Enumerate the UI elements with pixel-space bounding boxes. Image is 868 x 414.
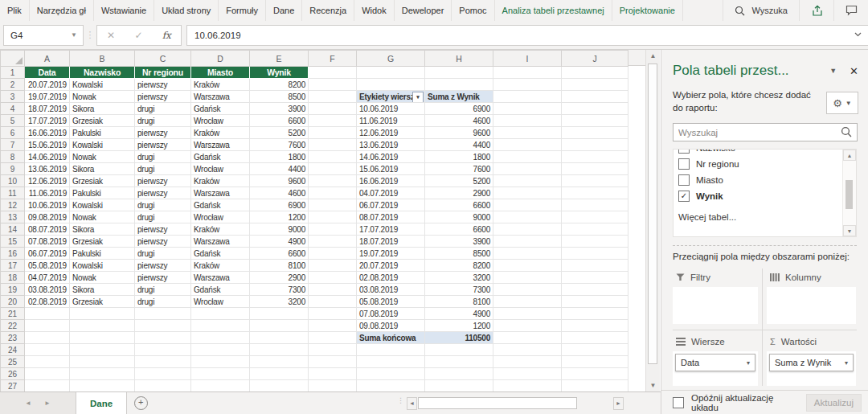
cell-D21[interactable] [191,308,250,320]
cell-A17[interactable]: 05.08.2019 [25,260,70,272]
cell-J5[interactable] [562,115,628,127]
column-header-c[interactable]: C [135,51,191,67]
cell-J12[interactable] [562,199,628,211]
cell-A5[interactable]: 17.07.2019 [25,115,70,127]
cell-H13[interactable]: 9000 [425,211,493,223]
sheet-tab-dane[interactable]: Dane [76,392,127,414]
filters-area-box[interactable] [673,287,758,324]
cell-A3[interactable]: 19.07.2019 [25,91,70,103]
row-header-21[interactable]: 21 [1,308,25,320]
cell-I16[interactable] [493,248,562,260]
fields-search-input[interactable] [673,123,858,141]
cell-F1[interactable] [309,67,357,79]
cell-D2[interactable]: Kraków [191,79,250,91]
cell-G12[interactable]: 06.07.2019 [357,199,425,211]
tabbar-drag-handle[interactable]: ⋮ [397,399,402,402]
cell-J2[interactable] [562,79,628,91]
cell-A6[interactable]: 16.06.2019 [25,127,70,139]
cell-F13[interactable] [309,211,357,223]
scroll-left-icon[interactable]: ◄ [407,397,417,410]
cell-J20[interactable] [562,296,628,308]
ribbon-tab-recenzja[interactable]: Recenzja [302,0,354,21]
cell-I19[interactable] [493,284,562,296]
cell-A25[interactable] [25,356,70,368]
cell-J16[interactable] [562,248,628,260]
cell-B17[interactable]: Kowalski [70,260,135,272]
cell-C17[interactable]: pierwszy [135,260,191,272]
cell-H18[interactable]: 3200 [425,272,493,284]
cell-G23[interactable]: Suma końcowa [357,332,425,344]
field-checkbox-nazwisko[interactable] [678,149,690,154]
cell-G14[interactable]: 17.07.2019 [357,223,425,236]
cell-J15[interactable] [562,236,628,248]
cell-H17[interactable]: 8200 [425,260,493,272]
cell-B2[interactable]: Kowalski [70,79,135,91]
cell-B3[interactable]: Nowak [70,91,135,103]
cell-H2[interactable] [425,79,493,91]
cell-G21[interactable]: 07.08.2019 [357,308,425,320]
cell-E16[interactable]: 6600 [250,248,309,260]
cell-D5[interactable]: Wrocław [191,115,250,127]
cell-A23[interactable] [25,332,70,344]
column-header-i[interactable]: I [493,51,562,67]
cell-I2[interactable] [493,79,562,91]
cell-C3[interactable]: pierwszy [135,91,191,103]
cell-D18[interactable]: Warszawa [191,272,250,284]
row-header-2[interactable]: 2 [1,79,25,91]
cell-E15[interactable]: 4900 [250,236,309,248]
cell-C25[interactable] [135,356,191,368]
cell-C18[interactable]: pierwszy [135,272,191,284]
cell-H21[interactable]: 4900 [425,308,493,320]
row-header-25[interactable]: 25 [1,356,25,368]
row-header-12[interactable]: 12 [1,199,25,211]
cell-F21[interactable] [309,308,357,320]
cell-J14[interactable] [562,223,628,236]
cell-I20[interactable] [493,296,562,308]
ribbon-tab-projektowanie[interactable]: Projektowanie [612,0,683,21]
cell-C14[interactable]: pierwszy [135,223,191,236]
column-header-f[interactable]: F [309,51,357,67]
cell-D25[interactable] [191,356,250,368]
cell-D19[interactable]: Gdańsk [191,284,250,296]
cell-E17[interactable]: 8100 [250,260,309,272]
cell-D11[interactable]: Warszawa [191,187,250,199]
cell-J22[interactable] [562,320,628,332]
cell-J9[interactable] [562,163,628,175]
cell-I24[interactable] [493,344,562,356]
cell-C10[interactable]: pierwszy [135,175,191,187]
cell-I22[interactable] [493,320,562,332]
update-button[interactable]: Aktualizuj [806,394,862,412]
rows-area-box[interactable]: Data▾ [673,351,758,386]
cell-F14[interactable] [309,223,357,236]
cell-F5[interactable] [309,115,357,127]
horizontal-scrollbar[interactable]: ◄ ► [407,397,624,410]
formula-input[interactable]: 10.06.2019 [186,25,868,46]
cell-H23[interactable]: 110500 [425,332,493,344]
cell-B12[interactable]: Kowalski [70,199,135,211]
cell-B18[interactable]: Nowak [70,272,135,284]
ribbon-tab-wstawianie[interactable]: Wstawianie [94,0,154,21]
cell-G15[interactable]: 18.07.2019 [357,236,425,248]
cell-E26[interactable] [250,368,309,380]
cell-H20[interactable]: 8100 [425,296,493,308]
cell-E7[interactable]: 7600 [250,139,309,151]
column-header-j[interactable]: J [562,51,628,67]
cell-A18[interactable]: 04.07.2019 [25,272,70,284]
cell-D27[interactable] [191,380,250,392]
cell-J10[interactable] [562,175,628,187]
row-header-15[interactable]: 15 [1,236,25,248]
cell-H6[interactable]: 9600 [425,127,493,139]
cell-G22[interactable]: 09.08.2019 [357,320,425,332]
field-item-nr-regionu[interactable]: Nr regionu [674,156,856,172]
sheet-nav-right-icon[interactable]: ► [44,400,51,407]
cell-F12[interactable] [309,199,357,211]
cell-J18[interactable] [562,272,628,284]
cell-C24[interactable] [135,344,191,356]
cell-B16[interactable]: Pakulski [70,248,135,260]
scroll-up-icon[interactable]: ▲ [646,50,660,62]
cell-H10[interactable]: 5200 [425,175,493,187]
cell-C15[interactable]: pierwszy [135,236,191,248]
name-box[interactable]: G4 ▼ [3,25,84,46]
row-header-4[interactable]: 4 [1,103,25,115]
row-header-18[interactable]: 18 [1,272,25,284]
